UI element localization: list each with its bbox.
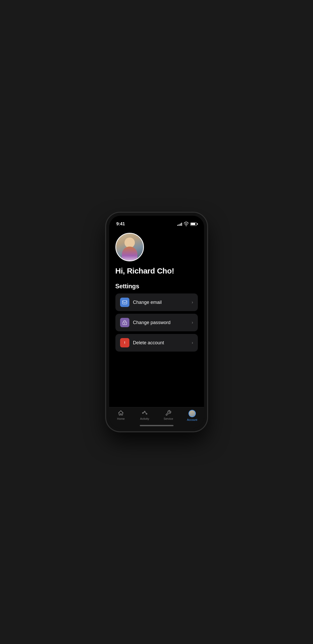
- delete-svg: !: [122, 340, 127, 345]
- email-icon: [120, 298, 129, 307]
- settings-list: Change email › Change password ›: [115, 293, 198, 352]
- phone-frame: 9:41: [106, 213, 207, 431]
- svg-line-11: [145, 412, 146, 413]
- avatar-container: [115, 233, 198, 261]
- settings-heading: Settings: [115, 283, 198, 290]
- password-svg: [122, 320, 127, 325]
- dynamic-island: [141, 219, 172, 228]
- delete-account-button[interactable]: ! Delete account ›: [115, 334, 198, 352]
- svg-point-8: [144, 411, 145, 412]
- nav-avatar-image: [189, 410, 195, 417]
- svg-rect-1: [122, 300, 127, 304]
- home-icon: [118, 410, 124, 416]
- home-indicator: [140, 425, 173, 426]
- nav-service[interactable]: Service: [157, 410, 180, 420]
- bottom-nav: Home Activity Service: [109, 407, 204, 428]
- avatar: [115, 233, 144, 261]
- password-icon: [120, 318, 129, 327]
- phone-screen: 9:41: [109, 216, 204, 428]
- change-password-chevron: ›: [192, 320, 193, 325]
- change-email-chevron: ›: [192, 300, 193, 305]
- main-content: Hi, Richard Cho! Settings Change email ›: [109, 229, 204, 407]
- svg-point-0: [186, 226, 186, 226]
- change-email-button[interactable]: Change email ›: [115, 293, 198, 311]
- nav-account-label: Account: [187, 418, 197, 421]
- status-time: 9:41: [116, 221, 125, 227]
- delete-account-label: Delete account: [133, 340, 188, 346]
- svg-point-3: [124, 323, 125, 324]
- delete-icon: !: [120, 338, 129, 347]
- nav-activity[interactable]: Activity: [133, 410, 157, 420]
- nav-activity-label: Activity: [140, 417, 149, 420]
- svg-point-7: [142, 412, 143, 414]
- svg-line-10: [143, 412, 144, 413]
- signal-icon: [177, 222, 182, 226]
- battery-icon: [190, 222, 197, 226]
- status-icons: [177, 221, 197, 227]
- service-icon: [165, 410, 171, 416]
- email-svg: [122, 300, 127, 305]
- greeting-text: Hi, Richard Cho!: [115, 267, 198, 275]
- nav-account[interactable]: Account: [180, 410, 204, 421]
- svg-point-9: [146, 413, 147, 414]
- activity-icon: [142, 410, 148, 416]
- nav-account-avatar: [189, 410, 196, 417]
- wifi-icon: [184, 221, 189, 227]
- change-email-label: Change email: [133, 300, 188, 305]
- avatar-image: [116, 234, 143, 261]
- change-password-label: Change password: [133, 320, 188, 325]
- svg-text:!: !: [124, 341, 125, 345]
- nav-service-label: Service: [164, 417, 173, 420]
- nav-home-label: Home: [117, 417, 125, 420]
- delete-account-chevron: ›: [192, 340, 193, 345]
- change-password-button[interactable]: Change password ›: [115, 314, 198, 331]
- nav-home[interactable]: Home: [109, 410, 133, 420]
